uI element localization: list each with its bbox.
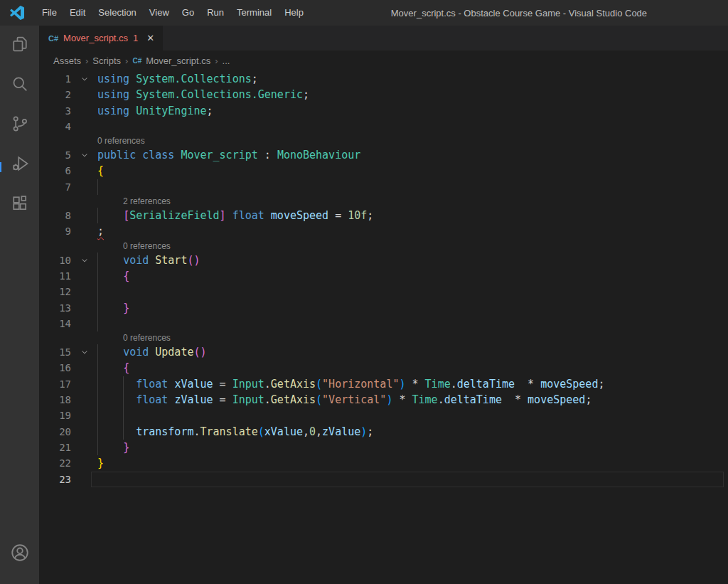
fold-chevron-icon[interactable] <box>71 344 97 360</box>
source-control-branch-icon <box>10 114 30 137</box>
fold-spacer <box>71 440 97 455</box>
code-line[interactable]: 15 void Update() <box>39 344 728 360</box>
chevron-right-icon: › <box>215 55 218 66</box>
code-line[interactable]: 13 } <box>39 300 728 316</box>
code-line[interactable]: 6{ <box>39 163 728 179</box>
sidebar-item-source-control[interactable] <box>0 105 39 145</box>
code-text: [SerializeField] float moveSpeed = 10f; <box>97 208 728 223</box>
code-line[interactable]: 1using System.Collections; <box>39 71 728 87</box>
menu-run[interactable]: Run <box>200 0 230 26</box>
code-line[interactable]: 9; <box>39 223 728 239</box>
menu-help[interactable]: Help <box>278 0 310 26</box>
breadcrumb-item-assets[interactable]: Assets <box>53 55 81 66</box>
code-text <box>97 284 728 299</box>
menu-file[interactable]: File <box>36 0 63 26</box>
indent-guide <box>123 392 124 408</box>
tab-bar: C# Mover_script.cs 1 ✕ <box>39 26 728 51</box>
fold-chevron-icon[interactable] <box>71 253 97 268</box>
sidebar-item-extensions[interactable] <box>0 185 39 225</box>
code-line[interactable]: 20 transform.Translate(xValue,0,zValue); <box>39 424 728 440</box>
indent-guide <box>97 440 98 455</box>
code-text: float xValue = Input.GetAxis("Horizontal… <box>97 376 728 392</box>
codelens-references[interactable]: 2 references <box>39 195 728 208</box>
code-text: { <box>97 163 728 179</box>
code-line[interactable]: 21 } <box>39 440 728 455</box>
sidebar-item-explorer[interactable] <box>0 26 39 65</box>
code-line[interactable]: 10 void Start() <box>39 253 728 268</box>
indent-guide <box>97 344 98 360</box>
vscode-logo-icon <box>8 5 26 21</box>
code-line[interactable]: 23 <box>39 472 728 487</box>
line-number: 2 <box>39 87 71 102</box>
breadcrumb-item-scripts[interactable]: Scripts <box>92 55 121 66</box>
breadcrumb-item-more[interactable]: ... <box>223 55 230 66</box>
codelens-references[interactable]: 0 references <box>39 240 728 253</box>
code-line[interactable]: 5public class Mover_script : MonoBehavio… <box>39 147 728 163</box>
code-text <box>97 179 728 195</box>
csharp-file-icon: C# <box>132 57 141 65</box>
sidebar-item-search[interactable] <box>0 65 39 105</box>
fold-chevron-icon[interactable] <box>71 71 97 87</box>
code-text: } <box>97 440 728 455</box>
line-number: 13 <box>39 300 71 316</box>
code-text: using System.Collections; <box>97 71 728 87</box>
indent-guide <box>97 408 98 423</box>
fold-chevron-icon[interactable] <box>71 147 97 163</box>
code-line[interactable]: 18 float zValue = Input.GetAxis("Vertica… <box>39 392 728 408</box>
breadcrumb: Assets › Scripts › C# Mover_script.cs › … <box>39 51 728 71</box>
indent-guide <box>123 376 124 392</box>
code-text: ; <box>97 223 728 239</box>
line-number: 6 <box>39 163 71 179</box>
breadcrumb-item-file[interactable]: Mover_script.cs <box>146 55 210 66</box>
code-lines: 1using System.Collections;2using System.… <box>39 71 728 487</box>
fold-spacer <box>71 284 97 299</box>
chevron-right-icon: › <box>125 55 128 66</box>
line-number: 4 <box>39 119 71 134</box>
menu-terminal[interactable]: Terminal <box>230 0 278 26</box>
menu-selection[interactable]: Selection <box>92 0 142 26</box>
code-line[interactable]: 22} <box>39 455 728 471</box>
code-line[interactable]: 4 <box>39 119 728 134</box>
code-text: public class Mover_script : MonoBehaviou… <box>97 147 728 163</box>
csharp-file-icon: C# <box>48 34 58 43</box>
code-text: } <box>97 455 728 471</box>
indent-guide <box>97 179 98 195</box>
code-text: using System.Collections.Generic; <box>97 87 728 102</box>
activity-bar <box>0 26 39 584</box>
code-text <box>97 472 728 487</box>
code-text: } <box>97 300 728 316</box>
fold-spacer <box>71 300 97 316</box>
sidebar-item-account[interactable] <box>0 534 39 574</box>
code-editor[interactable]: 1using System.Collections;2using System.… <box>39 71 728 584</box>
codelens-references[interactable]: 0 references <box>39 134 728 147</box>
tab-mover-script[interactable]: C# Mover_script.cs 1 ✕ <box>39 26 163 51</box>
code-line[interactable]: 2using System.Collections.Generic; <box>39 87 728 102</box>
indent-guide <box>97 300 98 316</box>
line-number: 16 <box>39 360 71 376</box>
fold-spacer <box>71 472 97 487</box>
code-text: { <box>97 360 728 376</box>
indent-guide <box>123 408 124 423</box>
codelens-references[interactable]: 0 references <box>39 331 728 344</box>
code-line[interactable]: 16 { <box>39 360 728 376</box>
indent-guide <box>97 360 98 376</box>
close-icon[interactable]: ✕ <box>146 33 154 43</box>
fold-spacer <box>71 223 97 239</box>
code-line[interactable]: 19 <box>39 408 728 423</box>
code-line[interactable]: 14 <box>39 316 728 331</box>
code-line[interactable]: 17 float xValue = Input.GetAxis("Horizon… <box>39 376 728 392</box>
line-number: 19 <box>39 408 71 423</box>
code-line[interactable]: 8 [SerializeField] float moveSpeed = 10f… <box>39 208 728 223</box>
code-line[interactable]: 12 <box>39 284 728 299</box>
code-line[interactable]: 7 <box>39 179 728 195</box>
code-line[interactable]: 11 { <box>39 268 728 284</box>
tab-label: Mover_script.cs <box>63 33 128 43</box>
code-line[interactable]: 3using UnityEngine; <box>39 103 728 119</box>
tab-error-count-badge: 1 <box>133 33 138 43</box>
sidebar-item-run-and-debug[interactable] <box>0 145 39 185</box>
menu-go[interactable]: Go <box>176 0 200 26</box>
line-number: 8 <box>39 208 71 223</box>
menu-view[interactable]: View <box>143 0 176 26</box>
extensions-icon <box>10 193 30 216</box>
menu-edit[interactable]: Edit <box>63 0 92 26</box>
